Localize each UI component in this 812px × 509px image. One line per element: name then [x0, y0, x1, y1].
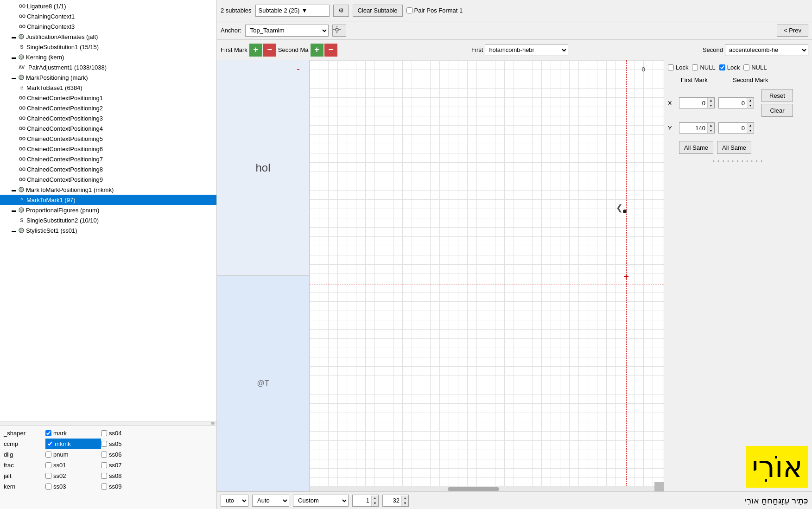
tree-item-markpositioning[interactable]: ▬ MarkPositioning (mark): [0, 72, 216, 83]
glyph-check-ss04[interactable]: ss04: [101, 428, 143, 438]
first-x-down[interactable]: ▼: [708, 103, 714, 108]
ss06-checkbox[interactable]: [101, 452, 107, 458]
glyph-check-ss03[interactable]: ss03: [45, 481, 101, 491]
tree-item-ccp6[interactable]: ChainedContextPositioning6: [0, 144, 216, 154]
second-mark-add-button[interactable]: +: [311, 44, 324, 57]
size-down[interactable]: ▼: [402, 501, 408, 506]
tree-item-kerning[interactable]: ▬ Kerning (kern): [0, 52, 216, 62]
clear-button[interactable]: Clear: [761, 104, 793, 117]
tree-item-ccp1[interactable]: ChainedContextPositioning1: [0, 93, 216, 103]
second-x-up[interactable]: ▲: [747, 98, 754, 103]
ss05-checkbox[interactable]: [101, 441, 107, 447]
glyph-check-ss05[interactable]: ss05: [101, 439, 143, 449]
first-lock-checkbox[interactable]: [668, 64, 674, 70]
auto-dropdown[interactable]: Auto: [252, 495, 289, 507]
prev-button[interactable]: < Prev: [777, 25, 808, 37]
first-y-spinner[interactable]: ▲ ▼: [679, 122, 715, 134]
tree-item-ccp9[interactable]: ChainedContextPositioning9: [0, 174, 216, 185]
tree-item-stylisticset1[interactable]: ▬ StylisticSet1 (ss01): [0, 225, 216, 235]
second-lock-label[interactable]: Lock: [719, 64, 740, 71]
grid-area[interactable]: 0 + ❮: [310, 60, 664, 491]
glyph-check-ss06[interactable]: ss06: [101, 449, 143, 459]
tree-item-ccp8[interactable]: ChainedContextPositioning8: [0, 164, 216, 174]
glyph-check-ss01[interactable]: ss01: [45, 460, 101, 470]
tree-item-mkmk[interactable]: ▬ MarkToMarkPositioning1 (mkmk): [0, 185, 216, 195]
second-y-down[interactable]: ▼: [747, 128, 754, 133]
clear-subtable-button[interactable]: Clear Subtable: [353, 5, 403, 17]
first-y-up[interactable]: ▲: [708, 123, 714, 128]
h-scroll-thumb[interactable]: [448, 487, 500, 491]
second-all-same-button[interactable]: All Same: [717, 141, 751, 154]
ss08-checkbox[interactable]: [101, 473, 107, 479]
anchor-settings-button[interactable]: [332, 25, 346, 37]
first-x-input[interactable]: [679, 98, 707, 108]
size-up[interactable]: ▲: [402, 496, 408, 501]
second-y-input[interactable]: [719, 123, 747, 133]
tree-item-marktomask1[interactable]: ^ MarkToMark1 (97): [0, 195, 216, 205]
horizontal-scrollbar[interactable]: [310, 486, 654, 491]
custom-dropdown[interactable]: Custom: [293, 495, 349, 507]
glyph-check-ss02[interactable]: ss02: [45, 471, 101, 481]
second-y-up[interactable]: ▲: [747, 123, 754, 128]
size-field[interactable]: [383, 495, 401, 506]
auto-dropdown-left[interactable]: uto: [221, 495, 248, 507]
tree-item-singlesubstitution2[interactable]: S SingleSubstitution2 (10/10): [0, 215, 216, 225]
first-mark-remove-button[interactable]: −: [263, 44, 276, 57]
glyph-check-ss09[interactable]: ss09: [101, 481, 143, 491]
tree-item-ccp4[interactable]: ChainedContextPositioning4: [0, 123, 216, 134]
tree-item-pnum[interactable]: ▬ ProportionalFigures (pnum): [0, 205, 216, 215]
scroll-indicator[interactable]: [654, 482, 664, 491]
ss09-checkbox[interactable]: [101, 484, 107, 490]
tree-item-marktobase1[interactable]: ê MarkToBase1 (6384): [0, 83, 216, 93]
ss03-checkbox[interactable]: [45, 484, 51, 490]
glyph-check-mark[interactable]: mark: [45, 428, 101, 438]
subtable-dropdown[interactable]: Subtable 2 (25) ▼: [255, 5, 330, 17]
tree-item-chainingcontext1[interactable]: ChainingContext1: [0, 11, 216, 21]
glyph-check-ss07[interactable]: ss07: [101, 460, 143, 470]
first-x-up[interactable]: ▲: [708, 98, 714, 103]
tree-item-pairadjustment1[interactable]: AV PairAdjustment1 (1038/1038): [0, 62, 216, 72]
ss01-checkbox[interactable]: [45, 462, 51, 468]
second-mark-remove-button[interactable]: −: [324, 44, 337, 57]
tree-item-justification[interactable]: ▬ JustificationAlternates (jalt): [0, 32, 216, 42]
second-lock-checkbox[interactable]: [719, 64, 725, 70]
second-null-checkbox[interactable]: [743, 64, 749, 70]
ss02-checkbox[interactable]: [45, 473, 51, 479]
first-lock-label[interactable]: Lock: [668, 64, 688, 71]
glyph-check-ss08[interactable]: ss08: [101, 471, 143, 481]
page-number-input[interactable]: ▲ ▼: [352, 495, 379, 507]
first-all-same-button[interactable]: All Same: [679, 141, 713, 154]
mark-checkbox[interactable]: [45, 430, 51, 436]
glyph-check-mkmk[interactable]: mkmk: [45, 439, 101, 449]
second-mark-dropdown[interactable]: accentolecomb-he: [725, 44, 808, 56]
tree-item-ccp3[interactable]: ChainedContextPositioning3: [0, 113, 216, 123]
left-scrollbar[interactable]: [0, 421, 216, 426]
pnum-checkbox[interactable]: [45, 452, 51, 458]
page-up[interactable]: ▲: [372, 496, 378, 501]
first-mark-dropdown[interactable]: holamcomb-hebr: [485, 44, 568, 56]
first-null-label[interactable]: NULL: [692, 64, 715, 71]
first-y-input[interactable]: [679, 123, 707, 133]
glyph-check-pnum[interactable]: pnum: [45, 449, 101, 459]
first-y-down[interactable]: ▼: [708, 128, 714, 133]
pair-pos-checkbox[interactable]: [406, 7, 412, 13]
tree-item-ccp2[interactable]: ChainedContextPositioning2: [0, 103, 216, 113]
page-field[interactable]: [353, 495, 371, 506]
tree-item-ccp7[interactable]: ChainedContextPositioning7: [0, 154, 216, 164]
first-x-spinner[interactable]: ▲ ▼: [679, 97, 715, 108]
gear-button[interactable]: ⚙: [333, 5, 349, 17]
ss04-checkbox[interactable]: [101, 430, 107, 436]
tree-item-ligature8[interactable]: Ligature8 (1/1): [0, 1, 216, 11]
pair-pos-checkbox-label[interactable]: Pair Pos Format 1: [406, 7, 463, 14]
first-mark-add-button[interactable]: +: [249, 44, 262, 57]
page-down[interactable]: ▼: [372, 501, 378, 506]
second-x-down[interactable]: ▼: [747, 103, 754, 108]
anchor-dropdown[interactable]: Top_Taamim: [245, 25, 329, 37]
reset-button[interactable]: Reset: [761, 89, 793, 102]
tree-item-chainingcontext3[interactable]: ChainingContext3: [0, 21, 216, 32]
second-null-label[interactable]: NULL: [743, 64, 767, 71]
second-x-input[interactable]: [719, 98, 747, 108]
first-null-checkbox[interactable]: [692, 64, 698, 70]
tree-item-ccp5[interactable]: ChainedContextPositioning5: [0, 134, 216, 144]
second-x-spinner[interactable]: ▲ ▼: [718, 97, 754, 108]
